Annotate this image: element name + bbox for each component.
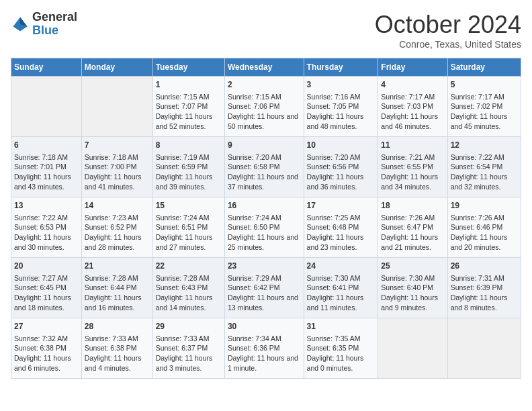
cell-sun-info: Sunrise: 7:21 AM Sunset: 6:55 PM Dayligh… (381, 152, 444, 192)
calendar-week-5: 27Sunrise: 7:32 AM Sunset: 6:38 PM Dayli… (11, 318, 521, 379)
calendar-cell: 24Sunrise: 7:30 AM Sunset: 6:41 PM Dayli… (304, 258, 378, 318)
calendar-cell: 29Sunrise: 7:33 AM Sunset: 6:37 PM Dayli… (152, 318, 224, 379)
calendar-cell: 13Sunrise: 7:22 AM Sunset: 6:53 PM Dayli… (11, 197, 82, 258)
calendar-cell: 27Sunrise: 7:32 AM Sunset: 6:38 PM Dayli… (11, 318, 82, 379)
calendar-cell: 4Sunrise: 7:17 AM Sunset: 7:03 PM Daylig… (378, 77, 447, 137)
calendar-table: SundayMondayTuesdayWednesdayThursdayFrid… (11, 58, 521, 379)
day-number: 30 (228, 321, 301, 332)
calendar-cell: 22Sunrise: 7:28 AM Sunset: 6:43 PM Dayli… (152, 258, 224, 318)
cell-sun-info: Sunrise: 7:33 AM Sunset: 6:37 PM Dayligh… (156, 334, 222, 373)
day-number: 4 (381, 79, 444, 91)
logo-icon (11, 15, 30, 34)
calendar-cell: 7Sunrise: 7:18 AM Sunset: 7:00 PM Daylig… (81, 137, 152, 197)
calendar-cell: 25Sunrise: 7:30 AM Sunset: 6:40 PM Dayli… (378, 258, 447, 318)
calendar-cell: 10Sunrise: 7:20 AM Sunset: 6:56 PM Dayli… (304, 137, 378, 197)
day-number: 8 (156, 140, 222, 151)
cell-sun-info: Sunrise: 7:31 AM Sunset: 6:39 PM Dayligh… (451, 273, 518, 313)
day-number: 24 (307, 261, 375, 272)
day-number: 28 (85, 321, 150, 332)
cell-sun-info: Sunrise: 7:19 AM Sunset: 6:59 PM Dayligh… (156, 152, 222, 192)
cell-sun-info: Sunrise: 7:34 AM Sunset: 6:36 PM Dayligh… (228, 334, 301, 373)
calendar-cell: 17Sunrise: 7:25 AM Sunset: 6:48 PM Dayli… (304, 197, 378, 258)
calendar-cell: 2Sunrise: 7:15 AM Sunset: 7:06 PM Daylig… (224, 77, 304, 137)
cell-sun-info: Sunrise: 7:33 AM Sunset: 6:38 PM Dayligh… (85, 334, 150, 373)
cell-sun-info: Sunrise: 7:26 AM Sunset: 6:46 PM Dayligh… (451, 213, 518, 253)
day-number: 6 (14, 140, 79, 151)
calendar-cell: 9Sunrise: 7:20 AM Sunset: 6:58 PM Daylig… (224, 137, 304, 197)
cell-sun-info: Sunrise: 7:32 AM Sunset: 6:38 PM Dayligh… (14, 334, 79, 373)
logo: General Blue (11, 11, 77, 38)
page-header: General Blue October 2024 Conroe, Texas,… (11, 11, 521, 50)
title-block: October 2024 Conroe, Texas, United State… (375, 11, 521, 50)
calendar-cell: 11Sunrise: 7:21 AM Sunset: 6:55 PM Dayli… (378, 137, 447, 197)
cell-sun-info: Sunrise: 7:17 AM Sunset: 7:02 PM Dayligh… (451, 92, 518, 132)
calendar-cell: 21Sunrise: 7:28 AM Sunset: 6:44 PM Dayli… (81, 258, 152, 318)
cell-sun-info: Sunrise: 7:28 AM Sunset: 6:43 PM Dayligh… (156, 273, 222, 313)
calendar-week-1: 1Sunrise: 7:15 AM Sunset: 7:07 PM Daylig… (11, 77, 521, 137)
cell-sun-info: Sunrise: 7:24 AM Sunset: 6:51 PM Dayligh… (156, 213, 222, 253)
day-header-wednesday: Wednesday (224, 58, 304, 77)
day-number: 13 (14, 200, 79, 212)
cell-sun-info: Sunrise: 7:15 AM Sunset: 7:06 PM Dayligh… (228, 92, 301, 132)
day-number: 5 (451, 79, 518, 91)
day-number: 10 (307, 140, 375, 151)
day-number: 18 (381, 200, 444, 212)
calendar-cell: 23Sunrise: 7:29 AM Sunset: 6:42 PM Dayli… (224, 258, 304, 318)
calendar-cell: 1Sunrise: 7:15 AM Sunset: 7:07 PM Daylig… (152, 77, 224, 137)
cell-sun-info: Sunrise: 7:27 AM Sunset: 6:45 PM Dayligh… (14, 273, 79, 313)
day-header-sunday: Sunday (11, 58, 82, 77)
day-number: 1 (156, 79, 222, 91)
cell-sun-info: Sunrise: 7:20 AM Sunset: 6:58 PM Dayligh… (228, 152, 301, 192)
day-number: 17 (307, 200, 375, 212)
calendar-cell: 8Sunrise: 7:19 AM Sunset: 6:59 PM Daylig… (152, 137, 224, 197)
calendar-week-2: 6Sunrise: 7:18 AM Sunset: 7:01 PM Daylig… (11, 137, 521, 197)
cell-sun-info: Sunrise: 7:23 AM Sunset: 6:52 PM Dayligh… (85, 213, 150, 253)
calendar-header-row: SundayMondayTuesdayWednesdayThursdayFrid… (11, 58, 521, 77)
day-header-saturday: Saturday (447, 58, 521, 77)
day-number: 2 (228, 79, 301, 91)
cell-sun-info: Sunrise: 7:17 AM Sunset: 7:03 PM Dayligh… (381, 92, 444, 132)
day-header-friday: Friday (378, 58, 447, 77)
cell-sun-info: Sunrise: 7:22 AM Sunset: 6:53 PM Dayligh… (14, 213, 79, 253)
calendar-cell (378, 318, 447, 379)
day-number: 26 (451, 261, 518, 272)
day-number: 25 (381, 261, 444, 272)
calendar-cell: 12Sunrise: 7:22 AM Sunset: 6:54 PM Dayli… (447, 137, 521, 197)
calendar-week-4: 20Sunrise: 7:27 AM Sunset: 6:45 PM Dayli… (11, 258, 521, 318)
logo-blue-text: Blue (32, 24, 58, 37)
calendar-cell: 20Sunrise: 7:27 AM Sunset: 6:45 PM Dayli… (11, 258, 82, 318)
calendar-cell: 18Sunrise: 7:26 AM Sunset: 6:47 PM Dayli… (378, 197, 447, 258)
day-number: 31 (307, 321, 375, 332)
calendar-cell: 16Sunrise: 7:24 AM Sunset: 6:50 PM Dayli… (224, 197, 304, 258)
logo-general-text: General (32, 10, 77, 24)
calendar-cell: 5Sunrise: 7:17 AM Sunset: 7:02 PM Daylig… (447, 77, 521, 137)
cell-sun-info: Sunrise: 7:18 AM Sunset: 7:00 PM Dayligh… (85, 152, 150, 192)
calendar-cell: 26Sunrise: 7:31 AM Sunset: 6:39 PM Dayli… (447, 258, 521, 318)
day-number: 20 (14, 261, 79, 272)
day-number: 19 (451, 200, 518, 212)
calendar-cell: 15Sunrise: 7:24 AM Sunset: 6:51 PM Dayli… (152, 197, 224, 258)
day-number: 16 (228, 200, 301, 212)
location-subtitle: Conroe, Texas, United States (375, 39, 521, 50)
calendar-cell (447, 318, 521, 379)
calendar-cell: 3Sunrise: 7:16 AM Sunset: 7:05 PM Daylig… (304, 77, 378, 137)
day-number: 9 (228, 140, 301, 151)
calendar-week-3: 13Sunrise: 7:22 AM Sunset: 6:53 PM Dayli… (11, 197, 521, 258)
cell-sun-info: Sunrise: 7:22 AM Sunset: 6:54 PM Dayligh… (451, 152, 518, 192)
day-number: 27 (14, 321, 79, 332)
day-number: 7 (85, 140, 150, 151)
cell-sun-info: Sunrise: 7:30 AM Sunset: 6:41 PM Dayligh… (307, 273, 375, 313)
day-number: 14 (85, 200, 150, 212)
cell-sun-info: Sunrise: 7:18 AM Sunset: 7:01 PM Dayligh… (14, 152, 79, 192)
cell-sun-info: Sunrise: 7:26 AM Sunset: 6:47 PM Dayligh… (381, 213, 444, 253)
cell-sun-info: Sunrise: 7:16 AM Sunset: 7:05 PM Dayligh… (307, 92, 375, 132)
cell-sun-info: Sunrise: 7:35 AM Sunset: 6:35 PM Dayligh… (307, 334, 375, 373)
day-number: 15 (156, 200, 222, 212)
day-header-thursday: Thursday (304, 58, 378, 77)
cell-sun-info: Sunrise: 7:15 AM Sunset: 7:07 PM Dayligh… (156, 92, 222, 132)
cell-sun-info: Sunrise: 7:28 AM Sunset: 6:44 PM Dayligh… (85, 273, 150, 313)
calendar-cell: 31Sunrise: 7:35 AM Sunset: 6:35 PM Dayli… (304, 318, 378, 379)
day-number: 3 (307, 79, 375, 91)
month-title: October 2024 (375, 11, 521, 39)
day-number: 23 (228, 261, 301, 272)
